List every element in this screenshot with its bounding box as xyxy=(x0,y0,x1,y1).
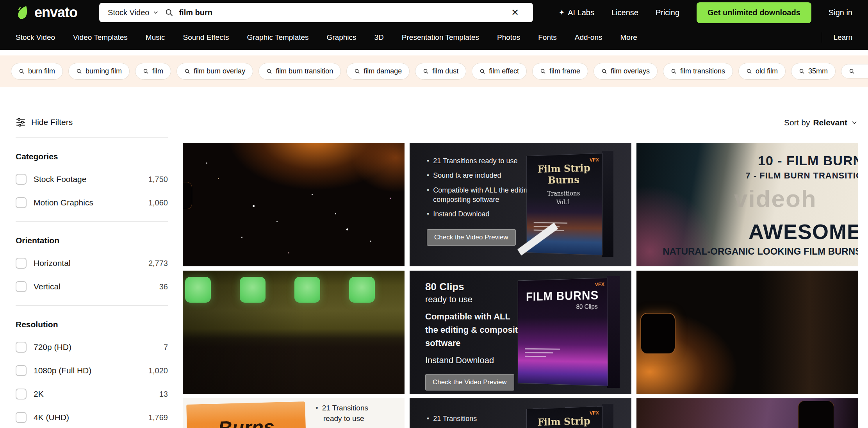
nav-presentation-templates[interactable]: Presentation Templates xyxy=(402,33,479,42)
checkbox[interactable] xyxy=(16,342,27,353)
related-search-pill[interactable]: film burn overlay xyxy=(176,63,253,80)
checkbox[interactable] xyxy=(16,365,27,376)
nav-3d[interactable]: 3D xyxy=(374,33,384,42)
box-feature-lines xyxy=(525,348,560,360)
nav-graphics[interactable]: Graphics xyxy=(327,33,356,42)
option-label: Horizontal xyxy=(34,259,71,268)
nav-graphic-templates[interactable]: Graphic Templates xyxy=(247,33,308,42)
search-category-value: Stock Video xyxy=(108,8,149,17)
filter-option-horizontal[interactable]: Horizontal 2,773 xyxy=(16,258,168,269)
pricing-link[interactable]: Pricing xyxy=(656,8,679,17)
search-icon xyxy=(540,68,546,74)
bullet-icon: • xyxy=(427,209,429,219)
box-title: Burns xyxy=(187,415,306,428)
video-thumbnail-purple-burn[interactable] xyxy=(636,398,858,428)
license-link[interactable]: License xyxy=(611,8,638,17)
related-search-pill[interactable]: burning film xyxy=(68,63,130,80)
checkbox[interactable] xyxy=(16,174,27,185)
envato-logo[interactable]: envato xyxy=(16,4,77,21)
related-search-pill[interactable]: film burn transition xyxy=(258,63,341,80)
sidebar-divider xyxy=(16,221,168,222)
checkbox[interactable] xyxy=(16,389,27,399)
related-search-pill[interactable]: film overlays xyxy=(594,63,658,80)
nav-add-ons[interactable]: Add-ons xyxy=(575,33,602,42)
sort-value: Relevant xyxy=(813,118,847,127)
logo-text: envato xyxy=(34,4,77,21)
sign-in-link[interactable]: Sign in xyxy=(829,8,852,17)
pill-label: old film xyxy=(756,67,778,75)
video-preview-button[interactable]: Check the Video Preview xyxy=(425,374,514,391)
video-preview-button[interactable]: Check the Video Preview xyxy=(427,229,516,246)
ai-labs-link[interactable]: ✦ AI Labs xyxy=(559,8,594,17)
nav-video-templates[interactable]: Video Templates xyxy=(73,33,128,42)
related-search-pill[interactable]: film dust xyxy=(415,63,466,80)
related-search-pill[interactable]: old film xyxy=(738,63,786,80)
search-input[interactable]: film burn xyxy=(179,8,506,17)
search-bar[interactable]: Stock Video film burn ✕ xyxy=(99,3,533,22)
main-area: Hide Filters Categories Stock Footage 1,… xyxy=(0,87,868,428)
sidebar-divider xyxy=(16,137,168,138)
related-search-pill-partial[interactable] xyxy=(841,64,868,78)
filter-option-2k[interactable]: 2K 13 xyxy=(16,389,168,399)
filter-option-720p[interactable]: 720p (HD) 7 xyxy=(16,342,168,353)
pill-label: film burn overlay xyxy=(194,67,245,75)
sort-label: Sort by xyxy=(784,118,810,127)
pill-label: film effect xyxy=(489,67,519,75)
nav-photos[interactable]: Photos xyxy=(497,33,520,42)
nav-learn[interactable]: Learn xyxy=(833,33,852,42)
vfx-badge: VFX xyxy=(590,410,599,416)
video-thumbnail-film-burn-dark[interactable] xyxy=(183,143,405,266)
option-count: 1,750 xyxy=(148,175,168,184)
checkbox[interactable] xyxy=(16,281,27,292)
nav-music[interactable]: Music xyxy=(146,33,165,42)
checkbox[interactable] xyxy=(16,258,27,269)
related-search-pill[interactable]: film transitions xyxy=(663,63,733,80)
checkbox[interactable] xyxy=(16,197,27,208)
related-search-pill[interactable]: film xyxy=(135,63,171,80)
video-thumbnail-film-strip-burns-2[interactable]: •21 Transitions ready to use Film Strip … xyxy=(410,398,631,428)
search-icon xyxy=(184,68,190,74)
checkbox[interactable] xyxy=(16,412,27,423)
video-thumbnail-awesome-film-burns[interactable]: 10 - FILM BURN 7 - FILM BURN TRANSITIO v… xyxy=(636,143,858,266)
caption-sub: NATURAL-ORGANIC LOOKING FILM BURNS xyxy=(663,246,858,257)
search-icon xyxy=(849,68,855,74)
related-searches-band: burn film burning film film film burn ov… xyxy=(0,55,868,87)
search-icon xyxy=(671,68,677,74)
related-search-pill[interactable]: burn film xyxy=(11,63,63,80)
nav-stock-video[interactable]: Stock Video xyxy=(16,33,55,42)
nav-fonts[interactable]: Fonts xyxy=(538,33,557,42)
hide-filters-toggle[interactable]: Hide Filters xyxy=(16,117,168,127)
related-search-pill[interactable]: film frame xyxy=(532,63,588,80)
search-category-dropdown[interactable]: Stock Video xyxy=(108,8,159,17)
film-frame xyxy=(640,313,676,354)
box-edge xyxy=(602,151,613,257)
filter-option-4k[interactable]: 4K (UHD) 1,769 xyxy=(16,412,168,423)
video-thumbnail-orange-box[interactable]: Burns •21 Transitions ready to use •Soun… xyxy=(183,398,405,428)
category-nav: Stock Video Video Templates Music Sound … xyxy=(0,25,868,50)
clear-search-icon[interactable]: ✕ xyxy=(511,8,519,17)
sort-dropdown[interactable]: Sort by Relevant xyxy=(784,118,858,127)
nav-sound-effects[interactable]: Sound Effects xyxy=(183,33,229,42)
video-thumbnail-film-strip[interactable] xyxy=(183,271,405,394)
filter-group-resolution: Resolution xyxy=(16,320,168,329)
sidebar-divider xyxy=(16,305,168,306)
film-perforation xyxy=(183,182,192,209)
video-thumbnail-film-strip-burns[interactable]: •21 Transitions ready to use •Sound fx a… xyxy=(410,143,631,266)
filter-option-1080p[interactable]: 1080p (Full HD) 1,020 xyxy=(16,365,168,376)
filter-option-vertical[interactable]: Vertical 36 xyxy=(16,281,168,292)
box-subtitle: Transitions xyxy=(527,189,602,198)
get-unlimited-downloads-button[interactable]: Get unlimited downloads xyxy=(697,2,811,23)
filter-option-stock-footage[interactable]: Stock Footage 1,750 xyxy=(16,174,168,185)
video-thumbnail-frame-burn[interactable] xyxy=(636,271,858,394)
bullet-icon: • xyxy=(427,156,429,166)
related-search-pill[interactable]: film effect xyxy=(472,63,527,80)
filter-option-motion-graphics[interactable]: Motion Graphics 1,060 xyxy=(16,197,168,208)
filters-sidebar: Hide Filters Categories Stock Footage 1,… xyxy=(16,117,168,428)
nav-divider xyxy=(822,32,822,43)
option-count: 1,020 xyxy=(148,366,168,375)
nav-more[interactable]: More xyxy=(620,33,637,42)
related-search-pill[interactable]: film damage xyxy=(346,63,410,80)
video-thumbnail-film-burns-80[interactable]: 80 Clips ready to use Compatible with AL… xyxy=(410,271,631,394)
thumbnail-title: 10 - FILM BURN 7 - FILM BURN TRANSITIO xyxy=(746,153,858,181)
related-search-pill[interactable]: 35mm xyxy=(791,63,836,80)
